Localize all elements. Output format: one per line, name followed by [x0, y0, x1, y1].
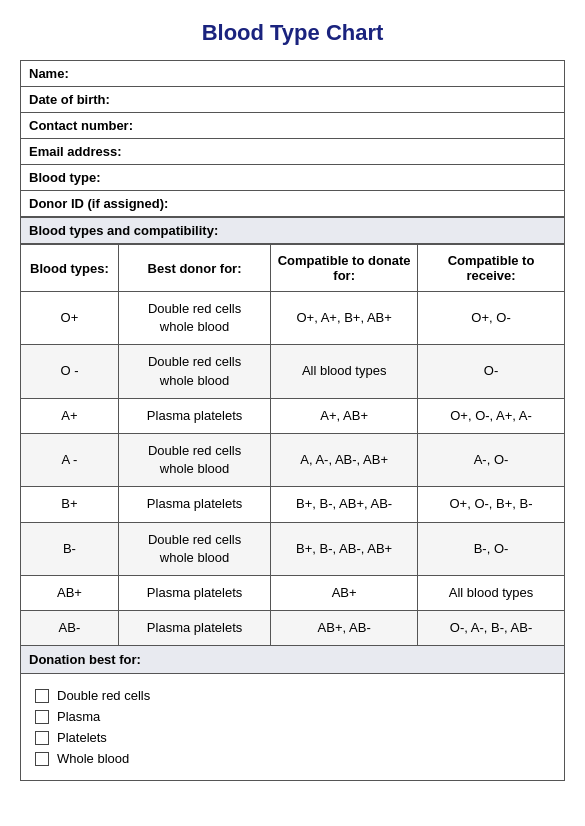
info-row: Email address: [21, 139, 565, 165]
checkbox-item[interactable]: Whole blood [35, 751, 550, 766]
checkbox-item[interactable]: Platelets [35, 730, 550, 745]
info-row: Date of birth: [21, 87, 565, 113]
compat-row: A+Plasma plateletsA+, AB+O+, O-, A+, A- [21, 398, 565, 433]
col-header-blood: Blood types: [21, 245, 119, 292]
cell-best: Plasma platelets [118, 611, 270, 646]
cell-receive: O- [418, 345, 565, 398]
cell-blood: O - [21, 345, 119, 398]
compat-section-header: Blood types and compatibility: [20, 217, 565, 244]
compat-row: AB+Plasma plateletsAB+All blood types [21, 575, 565, 610]
cell-blood: O+ [21, 292, 119, 345]
page-title: Blood Type Chart [20, 20, 565, 46]
checkbox-label: Double red cells [57, 688, 150, 703]
cell-receive: O+, O-, A+, A- [418, 398, 565, 433]
cell-donate: O+, A+, B+, AB+ [271, 292, 418, 345]
cell-best: Plasma platelets [118, 575, 270, 610]
compat-row: O+Double red cells whole bloodO+, A+, B+… [21, 292, 565, 345]
donation-section-label: Donation best for: [20, 646, 565, 674]
cell-best: Plasma platelets [118, 487, 270, 522]
compat-row: A -Double red cells whole bloodA, A-, AB… [21, 433, 565, 486]
cell-blood: AB- [21, 611, 119, 646]
info-row: Donor ID (if assigned): [21, 191, 565, 217]
checkbox-item[interactable]: Double red cells [35, 688, 550, 703]
cell-best: Double red cells whole blood [118, 292, 270, 345]
info-row: Contact number: [21, 113, 565, 139]
checkbox-box[interactable] [35, 731, 49, 745]
checkbox-list: Double red cellsPlasmaPlateletsWhole blo… [20, 674, 565, 781]
cell-donate: All blood types [271, 345, 418, 398]
checkbox-box[interactable] [35, 710, 49, 724]
col-header-best: Best donor for: [118, 245, 270, 292]
col-header-donate: Compatible to donate for: [271, 245, 418, 292]
cell-donate: B+, B-, AB+, AB- [271, 487, 418, 522]
cell-blood: B- [21, 522, 119, 575]
cell-donate: AB+ [271, 575, 418, 610]
checkbox-box[interactable] [35, 752, 49, 766]
cell-blood: B+ [21, 487, 119, 522]
compat-section-label: Blood types and compatibility: [21, 218, 565, 244]
cell-donate: B+, B-, AB-, AB+ [271, 522, 418, 575]
cell-receive: All blood types [418, 575, 565, 610]
cell-best: Double red cells whole blood [118, 345, 270, 398]
checkbox-label: Plasma [57, 709, 100, 724]
info-table: Name:Date of birth:Contact number:Email … [20, 60, 565, 217]
compat-row: B+Plasma plateletsB+, B-, AB+, AB-O+, O-… [21, 487, 565, 522]
info-row: Blood type: [21, 165, 565, 191]
checkbox-label: Platelets [57, 730, 107, 745]
cell-best: Double red cells whole blood [118, 522, 270, 575]
cell-receive: B-, O- [418, 522, 565, 575]
info-row: Name: [21, 61, 565, 87]
checkbox-item[interactable]: Plasma [35, 709, 550, 724]
compat-row: O -Double red cells whole bloodAll blood… [21, 345, 565, 398]
checkbox-box[interactable] [35, 689, 49, 703]
col-header-receive: Compatible to receive: [418, 245, 565, 292]
compat-row: B-Double red cells whole bloodB+, B-, AB… [21, 522, 565, 575]
cell-donate: A+, AB+ [271, 398, 418, 433]
checkbox-label: Whole blood [57, 751, 129, 766]
cell-donate: A, A-, AB-, AB+ [271, 433, 418, 486]
cell-best: Double red cells whole blood [118, 433, 270, 486]
cell-receive: O+, O-, B+, B- [418, 487, 565, 522]
cell-blood: A - [21, 433, 119, 486]
cell-blood: A+ [21, 398, 119, 433]
cell-receive: O-, A-, B-, AB- [418, 611, 565, 646]
cell-donate: AB+, AB- [271, 611, 418, 646]
compat-table: Blood types: Best donor for: Compatible … [20, 244, 565, 646]
compat-row: AB-Plasma plateletsAB+, AB-O-, A-, B-, A… [21, 611, 565, 646]
cell-best: Plasma platelets [118, 398, 270, 433]
cell-blood: AB+ [21, 575, 119, 610]
cell-receive: A-, O- [418, 433, 565, 486]
cell-receive: O+, O- [418, 292, 565, 345]
